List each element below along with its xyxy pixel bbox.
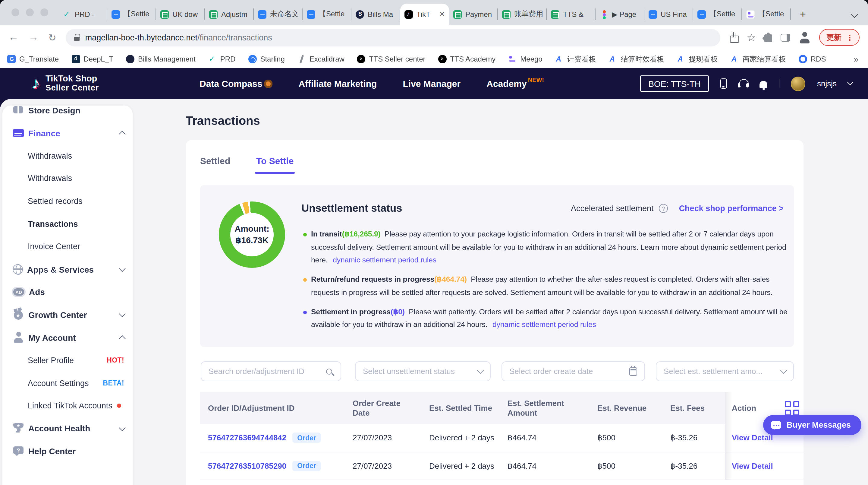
browser-tab[interactable]: 账单费用 [498, 4, 547, 25]
sidebar-item[interactable]: Settled records [2, 190, 133, 212]
sidebar-item[interactable]: Linked TikTok Accounts [2, 395, 133, 417]
bookmark-favicon [508, 55, 517, 63]
shop-region-selector[interactable]: BOE: TTS-TH [640, 76, 709, 92]
order-id-link[interactable]: 576472763694744842 [208, 433, 286, 443]
address-bar[interactable]: magellan-boe-th.bytedance.net/finance/tr… [66, 29, 720, 46]
user-avatar[interactable] [791, 76, 806, 91]
order-create-date-select[interactable]: Select order create date [501, 361, 645, 381]
bookmark-item[interactable]: Starling [248, 55, 284, 63]
est-settlement-amount-select[interactable]: Select est. settlement amo... [656, 361, 794, 381]
help-question-icon[interactable]: ? [659, 204, 668, 213]
bookmark-item[interactable]: TTS Seller center [357, 55, 426, 63]
browser-tab[interactable]: 【Settle [107, 4, 156, 25]
sidebar-item[interactable]: My Account [2, 326, 133, 349]
forward-button[interactable] [28, 31, 38, 44]
browser-tab[interactable]: TTS & [547, 4, 595, 25]
side-panel-icon[interactable] [781, 33, 790, 41]
bookmark-item[interactable]: G_Translate [7, 55, 59, 63]
bookmark-item[interactable]: 商家结算看板 [731, 54, 786, 64]
tab-settled[interactable]: Settled [200, 155, 230, 174]
sidebar-item[interactable]: Account Health [2, 417, 133, 440]
notifications-bell-icon[interactable] [760, 81, 768, 88]
close-window-button[interactable] [11, 8, 19, 16]
browser-tab[interactable]: 【Settle [742, 4, 791, 25]
browser-tab[interactable]: US Fina [644, 4, 693, 25]
share-icon[interactable] [730, 33, 738, 42]
tab-title: PRD - [75, 10, 103, 19]
bullet-amount: (฿464.74) [434, 275, 467, 284]
nav-item-live-manager[interactable]: Live Manager [403, 79, 461, 89]
bookmark-label: 商家结算看板 [743, 54, 786, 64]
sidebar-item[interactable]: Account Settings BETA! [2, 372, 133, 395]
browser-tab[interactable]: 【Settle [303, 4, 351, 25]
bookmark-item[interactable]: 提现看板 [677, 54, 718, 64]
bookmark-item[interactable]: TTS Academy [438, 55, 496, 63]
browser-tab[interactable]: TikT [400, 4, 449, 25]
sidebar-item[interactable]: Store Design [2, 106, 133, 121]
browser-tab[interactable]: Bills Ma [351, 4, 400, 25]
url-host: magellan-boe-th.bytedance.net [85, 33, 197, 42]
view-detail-link[interactable]: View Detail [732, 452, 773, 480]
mobile-app-icon[interactable] [721, 79, 727, 89]
sidebar-item[interactable]: Transactions [2, 212, 133, 235]
bookmark-item[interactable]: PRD [208, 55, 236, 63]
sidebar-item[interactable]: Help Center [2, 440, 133, 463]
dynamic-settlement-rules-link[interactable]: dynamic settlement period rules [333, 256, 436, 264]
bookmark-item[interactable]: Excalidraw [298, 55, 344, 63]
bookmarks-overflow-chevron[interactable]: » [854, 54, 861, 64]
user-menu-chevron-icon[interactable] [847, 79, 853, 85]
sidebar-item[interactable]: Withdrawals [2, 167, 133, 190]
sidebar-item[interactable]: Growth Center [2, 304, 133, 326]
bookmark-item[interactable]: Meego [508, 55, 542, 63]
profile-avatar-icon[interactable] [799, 31, 811, 44]
order-id-link[interactable]: 576472763510785290 [208, 461, 286, 470]
sidebar-item-label: Invoice Center [28, 242, 80, 251]
browser-tab[interactable]: 【Settle [693, 4, 742, 25]
column-settings-icon[interactable] [785, 401, 799, 415]
window-controls[interactable] [11, 8, 48, 16]
tab-to-settle[interactable]: To Settle [256, 155, 293, 174]
browser-tab[interactable]: PRD - [59, 4, 107, 25]
bookmark-star-icon[interactable] [747, 31, 756, 44]
tab-close-icon[interactable] [439, 11, 445, 18]
bookmark-item[interactable]: RDS [799, 55, 826, 63]
new-tab-button[interactable]: + [795, 6, 811, 23]
reload-button[interactable] [48, 32, 56, 43]
buyer-messages-button[interactable]: Buyer Messages [763, 415, 861, 435]
browser-tab[interactable]: ▶ Page [595, 4, 644, 25]
search-order-input[interactable]: Search order/adjustment ID [201, 361, 341, 381]
sidebar-item[interactable]: Invoice Center [2, 235, 133, 258]
dynamic-settlement-rules-link[interactable]: dynamic settlement period rules [493, 320, 596, 329]
browser-window: PRD - 【Settle UK dow Adjustm 未命名文 【Settl… [0, 0, 868, 485]
chrome-update-button[interactable]: 更新 [819, 29, 860, 46]
sidebar-item[interactable]: Seller Profile HOT! [2, 349, 133, 372]
browser-tab[interactable]: UK dow [156, 4, 205, 25]
sidebar-item-label: Transactions [28, 220, 78, 229]
support-headset-icon[interactable] [739, 79, 748, 88]
nav-item-academy[interactable]: AcademyNEW! [487, 79, 544, 89]
bookmark-favicon [438, 55, 447, 63]
back-button[interactable] [8, 31, 19, 44]
browser-tab[interactable]: Paymen [449, 4, 498, 25]
tiktok-shop-logo[interactable]: ♪ TikTok Shop Seller Center [32, 74, 133, 93]
sidebar-item[interactable]: Ads [2, 281, 133, 304]
check-shop-performance-link[interactable]: Check shop performance > [679, 204, 784, 213]
bookmark-favicon [126, 55, 134, 63]
extensions-icon[interactable] [764, 34, 772, 42]
nav-item-data-compass[interactable]: Data Compass [199, 79, 273, 89]
unsettlement-status-select[interactable]: Select unsettlement status [355, 361, 491, 381]
bookmark-item[interactable]: 结算时效看板 [609, 54, 664, 64]
bookmark-item[interactable]: 计费看板 [555, 54, 596, 64]
sidebar-item[interactable]: Apps & Services [2, 258, 133, 281]
sidebar-item[interactable]: Withdrawals [2, 144, 133, 167]
browser-tab[interactable]: 未命名文 [254, 4, 303, 25]
tab-search-chevron-icon[interactable] [850, 10, 858, 18]
menu-dots-icon[interactable] [846, 32, 854, 43]
nav-item-affiliate-marketing[interactable]: Affiliate Marketing [299, 79, 377, 89]
sidebar-item[interactable]: Finance [2, 121, 133, 144]
bookmark-item[interactable]: DeepL_T [71, 55, 113, 63]
bookmark-item[interactable]: Bills Management [126, 55, 195, 63]
minimize-window-button[interactable] [26, 8, 34, 16]
maximize-window-button[interactable] [40, 8, 48, 16]
browser-tab[interactable]: Adjustm [205, 4, 254, 25]
